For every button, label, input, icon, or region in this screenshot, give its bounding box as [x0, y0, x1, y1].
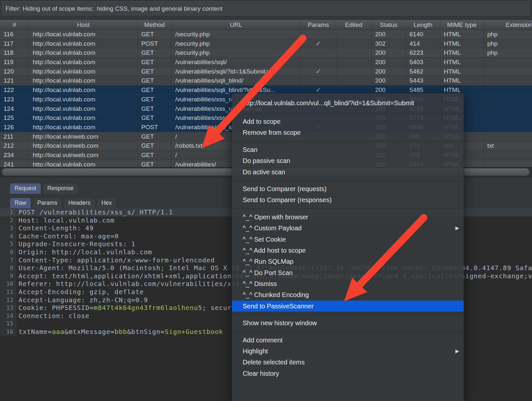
- subtab-headers[interactable]: Headers: [64, 198, 95, 208]
- line-number: 2: [0, 216, 16, 224]
- menu-item-do-active-scan[interactable]: Do active scan: [232, 166, 464, 178]
- cell-method: GET: [138, 95, 172, 104]
- line-text: Accept-Encoding: gzip, deflate: [16, 288, 144, 296]
- menu-item-do-passive-scan[interactable]: Do passive scan: [232, 155, 464, 166]
- line-text: Cache-Control: max-age=0: [16, 232, 119, 240]
- column-header-params[interactable]: Params: [301, 20, 336, 29]
- line-number: 16: [0, 328, 16, 336]
- menu-item-remove-from-scope[interactable]: Remove from scope: [232, 127, 464, 138]
- cell-host: http://local.vulnweb.com: [29, 151, 138, 160]
- cell-host: http://local.vulnlab.com: [29, 95, 138, 104]
- menu-item-send-to-comparer-requests[interactable]: Send to Comparer (requests): [232, 183, 464, 194]
- menu-item-scan[interactable]: Scan: [232, 144, 464, 155]
- submenu-arrow-icon: ▶: [455, 223, 459, 234]
- cell-url: /security.php: [172, 30, 301, 39]
- column-header-extension[interactable]: Extension: [484, 20, 532, 29]
- tab-response[interactable]: Response: [42, 183, 78, 194]
- cell-edited: [336, 58, 372, 67]
- line-text: Content-Type: application/x-www-form-url…: [16, 256, 215, 264]
- column-header-host[interactable]: Host: [29, 20, 138, 29]
- menu-item-add-to-scope[interactable]: Add to scope: [232, 116, 464, 127]
- cell-status: 200: [372, 48, 406, 57]
- cell-host: http://local.vulnlab.com: [29, 30, 138, 39]
- cell-params: [301, 58, 336, 67]
- menu-item-set-cookie[interactable]: ^_^ Set Cookie: [232, 234, 464, 245]
- cell-num: 126: [0, 123, 29, 132]
- cell-num: 122: [0, 86, 29, 95]
- menu-item-send-to-passivescanner[interactable]: Send to PassiveScanner: [232, 301, 464, 312]
- cell-mime: HTML: [440, 39, 484, 48]
- subtab-params[interactable]: Params: [32, 198, 62, 208]
- cell-ext: [484, 58, 532, 67]
- context-menu: http://local.vulnlab.com/vul...qli_blind…: [232, 93, 464, 401]
- menu-separator: [232, 206, 464, 212]
- history-row-121[interactable]: 121http://local.vulnlab.comGET/vulnerabi…: [0, 76, 532, 86]
- history-row-116[interactable]: 116http://local.vulnlab.comGET/security.…: [0, 30, 532, 39]
- menu-item-chunked-encoding[interactable]: ^_^ Chunked Encoding: [232, 289, 464, 300]
- column-header-mime-type[interactable]: MIME type: [440, 20, 484, 29]
- line-number: 15: [0, 320, 16, 328]
- history-row-117[interactable]: 117http://local.vulnlab.comPOST/security…: [0, 39, 532, 49]
- line-number: 11: [0, 288, 16, 296]
- menu-item-run-sqlmap[interactable]: ^_^ Run SQLMap: [232, 256, 464, 267]
- history-row-120[interactable]: 120http://local.vulnlab.comGET/vulnerabi…: [0, 67, 532, 76]
- column-header-url[interactable]: URL: [172, 20, 301, 29]
- cell-method: GET: [138, 141, 172, 150]
- menu-item-delete-selected-items[interactable]: Delete selected items: [232, 357, 464, 368]
- cell-host: http://local.vulnlab.com: [29, 39, 138, 48]
- menu-item-custom-payload[interactable]: ^_^ Custom Payload▶: [232, 223, 464, 234]
- cell-length: 6140: [406, 30, 440, 39]
- column-header-edited[interactable]: Edited: [336, 20, 372, 29]
- cell-method: GET: [138, 86, 172, 95]
- cell-num: 121: [0, 76, 29, 85]
- menu-item-dismiss[interactable]: ^_^ Dismiss: [232, 278, 464, 289]
- column-header-status[interactable]: Status: [372, 20, 406, 29]
- menu-item-send-to-comparer-responses[interactable]: Send to Comparer (responses): [232, 194, 464, 205]
- line-number: 10: [0, 280, 16, 288]
- cell-num: 117: [0, 39, 29, 48]
- cell-length: 5443: [406, 76, 440, 85]
- cell-params: ✓: [301, 67, 336, 76]
- burp-proxy-http-history-window: Filter: Hiding out of scope items; hidin…: [0, 0, 532, 401]
- tab-request[interactable]: Request: [10, 183, 41, 194]
- history-row-118[interactable]: 118http://local.vulnlab.comGET/security.…: [0, 48, 532, 58]
- cell-num: 212: [0, 141, 29, 150]
- menu-item-add-host-to-scope[interactable]: ^_^ Add host to scope: [232, 245, 464, 256]
- line-text: Origin: http://local.vulnlab.com: [16, 248, 152, 256]
- cell-host: http://local.vulnlab.com: [29, 76, 138, 85]
- menu-separator: [232, 329, 464, 335]
- column-header--[interactable]: #: [0, 20, 29, 29]
- submenu-arrow-icon: ▶: [455, 346, 459, 357]
- menu-item-do-port-scan[interactable]: ^_^ Do Port Scan: [232, 267, 464, 278]
- line-text: [16, 320, 18, 328]
- menu-item-open-with-browser[interactable]: ^_^ Open with browser: [232, 212, 464, 223]
- cell-ext: [484, 86, 532, 95]
- subtab-hex[interactable]: Hex: [97, 198, 117, 208]
- column-header-method[interactable]: Method: [138, 20, 172, 29]
- cell-length: 5403: [406, 58, 440, 67]
- menu-item-clear-history[interactable]: Clear history: [232, 368, 464, 379]
- cell-host: http://local.vulnlab.com: [29, 104, 138, 113]
- menu-item-add-comment[interactable]: Add comment: [232, 335, 464, 346]
- line-text: Referer: http://local.vulnlab.com/vulner…: [16, 280, 252, 288]
- cell-num: 118: [0, 48, 29, 57]
- message-view-tabbar: RawParamsHeadersHex: [10, 198, 117, 208]
- menu-item-highlight[interactable]: Highlight▶: [232, 346, 464, 357]
- cell-num: 119: [0, 58, 29, 67]
- menu-title-url: http://local.vulnlab.com/vul...qli_blind…: [232, 93, 464, 110]
- cell-method: GET: [138, 104, 172, 113]
- cell-num: 124: [0, 104, 29, 113]
- menu-separator: [232, 312, 464, 317]
- cell-method: GET: [138, 113, 172, 122]
- cell-length: 5462: [406, 67, 440, 76]
- history-row-119[interactable]: 119http://local.vulnlab.comGET/vulnerabi…: [0, 58, 532, 67]
- cell-method: GET: [138, 76, 172, 85]
- menu-item-show-new-history-window[interactable]: Show new history window: [232, 317, 464, 328]
- column-header-length[interactable]: Length: [406, 20, 440, 29]
- cell-host: http://local.vulnlab.com: [29, 123, 138, 132]
- cell-status: 200: [372, 58, 406, 67]
- line-number: 8: [0, 264, 16, 272]
- subtab-raw[interactable]: Raw: [10, 198, 31, 208]
- filter-bar[interactable]: Filter: Hiding out of scope items; hidin…: [1, 1, 530, 16]
- cell-method: GET: [138, 67, 172, 76]
